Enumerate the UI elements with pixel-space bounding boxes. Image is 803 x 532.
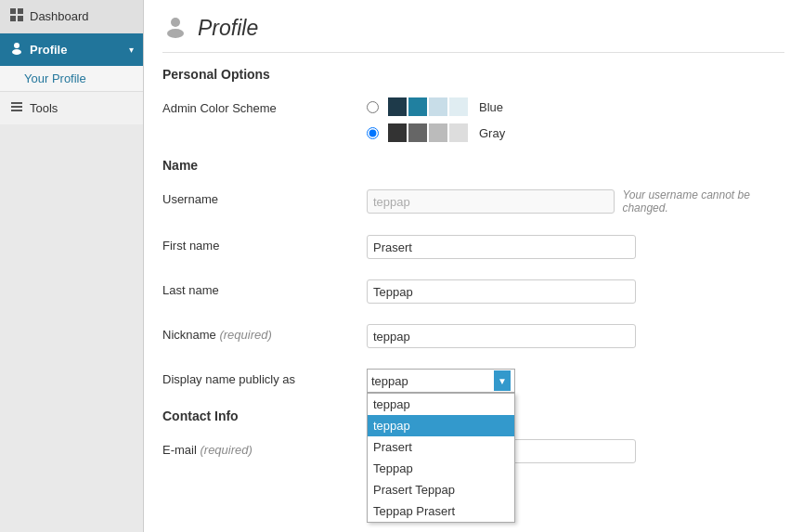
dropdown-item-teppap-1[interactable]: teppap xyxy=(368,394,514,415)
dropdown-item-teppap-3[interactable]: Teppap xyxy=(368,458,514,479)
sidebar-item-tools[interactable]: Tools xyxy=(0,92,143,124)
svg-point-4 xyxy=(14,43,19,48)
nickname-row: Nickname (required) xyxy=(162,319,784,353)
profile-section-label: Profile xyxy=(9,41,67,58)
username-note: Your username cannot be changed. xyxy=(622,188,784,214)
blue-swatches xyxy=(388,97,468,116)
display-name-label: Display name publicly as xyxy=(162,369,367,386)
svg-rect-6 xyxy=(11,106,22,108)
dropdown-item-prasert-teppap[interactable]: Prasert Teppap xyxy=(368,479,514,500)
dashboard-icon xyxy=(9,7,24,25)
blue-swatch-1 xyxy=(388,97,407,116)
blue-swatch-3 xyxy=(429,97,447,116)
color-scheme-gray-radio[interactable] xyxy=(367,127,379,139)
svg-rect-0 xyxy=(10,8,16,14)
svg-rect-7 xyxy=(11,102,22,104)
blue-swatch-4 xyxy=(449,97,468,116)
page-title-row: Profile xyxy=(162,14,784,53)
svg-rect-1 xyxy=(18,8,23,14)
email-label: E-mail (required) xyxy=(162,439,367,457)
display-name-row: Display name publicly as teppap ▼ teppap… xyxy=(162,364,784,397)
first-name-input[interactable] xyxy=(367,235,636,259)
display-name-select[interactable]: teppap ▼ xyxy=(367,369,515,393)
first-name-label: First name xyxy=(162,235,367,253)
gray-swatch-4 xyxy=(449,123,468,142)
display-name-selected-value: teppap xyxy=(371,374,408,388)
svg-point-5 xyxy=(12,49,21,55)
gray-swatches xyxy=(388,123,468,142)
nickname-input[interactable] xyxy=(367,324,636,348)
blue-swatch-2 xyxy=(408,97,427,116)
dropdown-item-prasert[interactable]: Prasert xyxy=(368,436,514,458)
first-name-field xyxy=(367,235,784,259)
last-name-row: Last name xyxy=(162,275,784,308)
blue-scheme-label: Blue xyxy=(479,100,503,114)
last-name-label: Last name xyxy=(162,279,367,297)
username-row: Username Your username cannot be changed… xyxy=(162,184,784,219)
name-section-header: Name xyxy=(162,158,784,173)
color-scheme-field: Blue Gray xyxy=(367,97,784,142)
nickname-label: Nickname (required) xyxy=(162,324,367,342)
sidebar-profile-section: Profile ▾ xyxy=(0,33,143,66)
first-name-row: First name xyxy=(162,230,784,264)
gray-swatch-1 xyxy=(388,123,407,142)
profile-page-icon xyxy=(162,14,188,43)
last-name-input[interactable] xyxy=(367,279,636,304)
personal-options-section: Personal Options Admin Color Scheme Blu xyxy=(162,67,784,147)
display-name-select-container: teppap ▼ teppap teppap Prasert Teppap Pr… xyxy=(367,369,784,393)
page-title: Profile xyxy=(198,16,258,41)
color-scheme-options: Blue Gray xyxy=(367,97,784,142)
name-section: Name Username Your username cannot be ch… xyxy=(162,158,784,397)
last-name-field xyxy=(367,279,784,304)
svg-rect-3 xyxy=(18,16,23,21)
gray-swatch-3 xyxy=(429,123,447,142)
sidebar-item-dashboard[interactable]: Dashboard xyxy=(0,0,143,33)
color-scheme-gray-row: Gray xyxy=(367,123,784,142)
color-scheme-blue-row: Blue xyxy=(367,97,784,116)
dropdown-item-teppap-2[interactable]: teppap xyxy=(368,415,514,436)
personal-options-header: Personal Options xyxy=(162,67,784,82)
color-scheme-label: Admin Color Scheme xyxy=(162,97,367,115)
profile-arrow-icon: ▾ xyxy=(129,45,134,55)
svg-point-10 xyxy=(167,29,184,38)
username-field-wrapper: Your username cannot be changed. xyxy=(367,188,784,214)
main-content: Profile Personal Options Admin Color Sch… xyxy=(144,0,803,532)
username-label: Username xyxy=(162,188,367,206)
dashboard-label: Dashboard xyxy=(30,9,89,23)
color-scheme-row: Admin Color Scheme Blue xyxy=(162,93,784,147)
svg-point-9 xyxy=(171,18,180,27)
person-icon xyxy=(9,41,24,58)
username-input xyxy=(367,189,615,214)
nickname-field xyxy=(367,324,784,348)
select-arrow-icon: ▼ xyxy=(494,370,511,391)
sidebar-item-your-profile[interactable]: Your Profile xyxy=(0,66,143,92)
display-name-field: teppap ▼ teppap teppap Prasert Teppap Pr… xyxy=(367,369,784,393)
sidebar-item-profile[interactable]: Profile ▾ xyxy=(0,33,143,66)
svg-rect-2 xyxy=(10,16,16,21)
gray-swatch-2 xyxy=(408,123,427,142)
color-scheme-blue-radio[interactable] xyxy=(367,101,379,113)
sidebar: Dashboard Profile ▾ Your Profile xyxy=(0,0,144,532)
gray-scheme-label: Gray xyxy=(479,126,505,140)
svg-rect-8 xyxy=(11,110,22,111)
tools-icon xyxy=(9,99,24,117)
display-name-dropdown: teppap teppap Prasert Teppap Prasert Tep… xyxy=(367,393,515,523)
dropdown-item-teppap-prasert[interactable]: Teppap Prasert xyxy=(368,500,514,522)
